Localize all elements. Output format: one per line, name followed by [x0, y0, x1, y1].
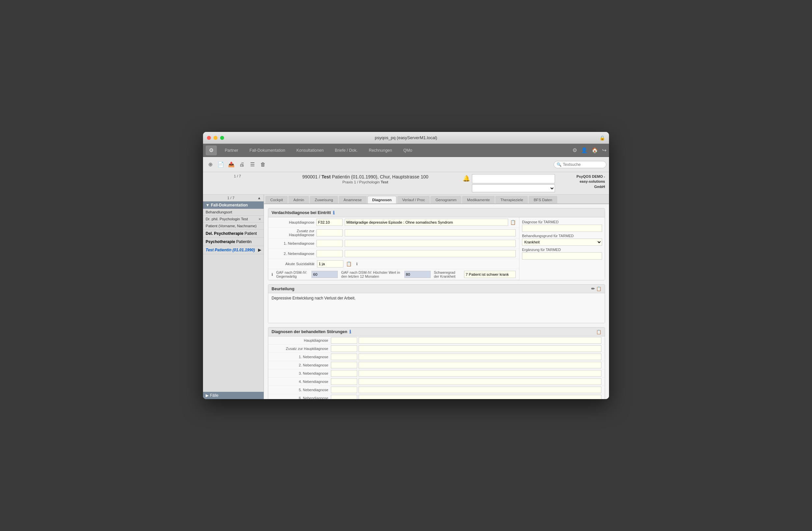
neben1-desc-input[interactable]	[345, 240, 516, 247]
settings-icon[interactable]: ⚙	[572, 147, 577, 153]
sidebar-item-behandlungsort[interactable]: Behandlungsort	[203, 209, 264, 216]
search-icon: 🔍	[556, 162, 562, 167]
tab-genogramm[interactable]: Genogramm	[430, 196, 461, 204]
export-icon[interactable]: 📤	[227, 160, 236, 169]
alert-select[interactable]: 1 - Suizidalität 12.12.2020 29.12.2020	[472, 174, 555, 183]
tarmed-diagnose-label: Diagnose für TARMED	[522, 220, 602, 224]
treated-neben2-label: 2. Nebendiagnose	[272, 363, 331, 367]
hauptdiagnose-desc-input[interactable]: Mittelgradige depressive Episode : Ohne …	[345, 219, 508, 226]
tab-konsultationen[interactable]: Konsultationen	[291, 146, 329, 155]
sidebar-scroll-up[interactable]: ▲	[257, 196, 262, 200]
home-icon[interactable]: 🏠	[592, 147, 598, 153]
treated-neben5-code[interactable]	[331, 387, 357, 393]
sidebar-item-del-psycho[interactable]: Del. Psychotherapie Patient	[203, 229, 264, 238]
treated-neben3-code[interactable]	[331, 370, 357, 377]
search-input[interactable]	[563, 162, 603, 167]
tab-diagnosen[interactable]: Diagnosen	[367, 196, 397, 204]
alert-box: 1 - Suizidalität 12.12.2020 29.12.2020	[472, 174, 555, 192]
diagnosen-behandelt-info-icon[interactable]: ℹ	[349, 329, 351, 334]
treated-haupt-code[interactable]	[331, 337, 357, 344]
treated-neben6-code[interactable]	[331, 395, 357, 399]
hauptdiagnose-code-input[interactable]: F32.10	[316, 219, 343, 226]
suizid-info-icon[interactable]: ℹ	[356, 262, 358, 266]
list-icon[interactable]: ☰	[248, 160, 257, 169]
verdacht-section: Verdachtsdiagnose bei Eintritt ℹ Hauptdi…	[268, 208, 605, 280]
tab-verlauf[interactable]: Verlauf / Proc	[397, 196, 430, 204]
treated-zusatz-desc[interactable]	[359, 345, 601, 352]
tab-partner[interactable]: Partner	[219, 146, 244, 155]
print-icon[interactable]: 🖨	[237, 160, 246, 169]
tab-cockpit[interactable]: Cockpit	[265, 196, 288, 204]
tarmed-ergaenzung-input[interactable]	[522, 252, 602, 260]
tarmed-panel: Diagnose für TARMED Behandlungsgrund für…	[519, 217, 605, 280]
content-scroll[interactable]: Verdachtsdiagnose bei Eintritt ℹ Hauptdi…	[264, 204, 609, 399]
treated-neben2-row: 2. Nebendiagnose	[268, 361, 605, 369]
sidebar-pager: 1 / 7 ▲	[203, 195, 264, 201]
diagnosen-behandelt-copy-icon[interactable]: 📋	[596, 330, 601, 334]
tab-rechnungen[interactable]: Rechnungen	[363, 146, 397, 155]
user-icon[interactable]: 👤	[581, 147, 588, 153]
gaf-hoechst-input[interactable]: 80	[404, 271, 431, 278]
tarmed-diagnose-input[interactable]	[522, 225, 602, 232]
tarmed-behandlung-select[interactable]: Krankheit	[522, 238, 602, 246]
menu-tabs: Partner Fall-Dokumentation Konsultatione…	[219, 146, 572, 155]
tab-bfs[interactable]: BFS Daten	[528, 196, 557, 204]
sidebar-item-psychologin[interactable]: Dr. phil. Psychologin Test ✕	[203, 216, 264, 223]
treated-neben6-desc[interactable]	[359, 395, 601, 399]
patient-praxis: Praxis 1 / Psychologin Test	[272, 180, 459, 184]
sidebar-item-close-icon[interactable]: ✕	[258, 217, 261, 221]
treated-neben2-code[interactable]	[331, 362, 357, 368]
verdacht-info-icon[interactable]: ℹ	[333, 210, 334, 215]
tab-zuweisung[interactable]: Zuweisung	[310, 196, 338, 204]
beurteilung-copy-icon[interactable]: 📋	[596, 286, 601, 291]
verdacht-layout: Hauptdiagnose F32.10 Mittelgradige depre…	[268, 217, 605, 280]
tab-briefe[interactable]: Briefe / Dok.	[330, 146, 363, 155]
treated-zusatz-code[interactable]	[331, 345, 357, 352]
gaf-gegenwart-input[interactable]: 60	[311, 271, 338, 278]
zusatz-code-input[interactable]	[316, 229, 343, 237]
neben1-code-input[interactable]	[316, 240, 343, 247]
treated-neben4-desc[interactable]	[359, 378, 601, 385]
treated-haupt-desc[interactable]	[359, 337, 601, 344]
patient-name-bold: Test	[322, 174, 331, 179]
treated-neben1-code[interactable]	[331, 353, 357, 360]
copy-icon[interactable]: 📋	[510, 220, 516, 225]
sidebar-item-psycho[interactable]: Psychotherapie Patientin	[203, 238, 264, 246]
neben2-code-input[interactable]	[316, 250, 343, 257]
schwere-input[interactable]: 7 Patient ist schwer krank	[464, 271, 516, 278]
treated-neben1-desc[interactable]	[359, 353, 601, 360]
tab-fall[interactable]: Fall-Dokumentation	[244, 146, 290, 155]
zusatz-row: Zusatz zur Hauptdiagnose	[268, 227, 519, 238]
verdacht-main: Hauptdiagnose F32.10 Mittelgradige depre…	[268, 217, 519, 280]
sidebar-bottom-faelle[interactable]: ▶ Fälle	[203, 392, 264, 399]
suizid-edit-icon[interactable]: 📋	[346, 261, 352, 266]
app-logo[interactable]: ⚙	[206, 145, 217, 155]
treated-neben5-desc[interactable]	[359, 387, 601, 393]
alert-dropdown[interactable]	[472, 184, 555, 192]
delete-icon[interactable]: 🗑	[258, 160, 267, 169]
treated-neben4-code[interactable]	[331, 378, 357, 385]
tab-qmo[interactable]: QMo	[398, 146, 418, 155]
beurteilung-edit-icon[interactable]: ✏	[591, 286, 595, 291]
tab-medikamente[interactable]: Medikamente	[462, 196, 495, 204]
neben2-desc-input[interactable]	[345, 250, 516, 257]
schwere-label: Schweregrad der Krankheit	[434, 270, 461, 278]
neben2-row: 2. Nebendiagnose	[268, 249, 519, 259]
sidebar-item-patient-name[interactable]: Patient (Vorname, Nachname)	[203, 223, 264, 229]
sidebar-section-fall[interactable]: ▼ Fall-Dokumentation	[203, 201, 264, 209]
treated-neben3-desc[interactable]	[359, 370, 601, 377]
maximize-button[interactable]	[220, 136, 224, 140]
tab-anamnese[interactable]: Anamnese	[339, 196, 367, 204]
gaf-info-icon[interactable]: ℹ	[272, 273, 273, 277]
close-button[interactable]	[207, 136, 211, 140]
suizid-input[interactable]: 1 ja	[317, 260, 343, 267]
logout-icon[interactable]: ↪	[602, 147, 606, 153]
add-icon[interactable]: ⊕	[206, 160, 215, 169]
treated-neben2-desc[interactable]	[359, 362, 601, 368]
minimize-button[interactable]	[214, 136, 218, 140]
sidebar-item-test-patientin[interactable]: Test Patientin (01.01.1990) ▶	[203, 246, 264, 254]
tab-therapieziele[interactable]: Therapieziele	[495, 196, 528, 204]
document-icon[interactable]: 📄	[216, 160, 226, 169]
tab-admin[interactable]: Admin	[288, 196, 309, 204]
zusatz-desc-input[interactable]	[345, 229, 516, 237]
